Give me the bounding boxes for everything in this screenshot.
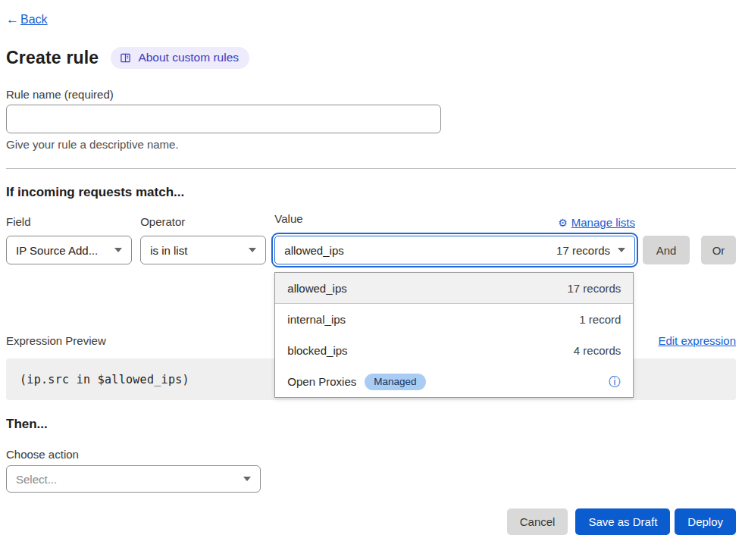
value-select[interactable]: allowed_ips 17 records: [274, 236, 635, 264]
list-option-name: blocked_ips: [287, 344, 347, 357]
operator-label: Operator: [140, 215, 266, 230]
list-option-meta: 17 records: [567, 282, 621, 295]
and-or-buttons: And Or: [643, 236, 736, 264]
operator-column: Operator is in list: [140, 215, 266, 264]
value-select-value: allowed_ips: [284, 244, 343, 257]
choose-action-label: Choose action: [6, 448, 736, 461]
value-label-row: Value ⚙ Manage lists: [274, 215, 635, 230]
chevron-down-icon: [114, 248, 122, 252]
about-custom-rules-link[interactable]: About custom rules: [111, 47, 249, 69]
field-select-value: IP Source Add...: [16, 244, 98, 257]
match-controls-row: Field IP Source Add... Operator is in li…: [6, 215, 736, 264]
title-row: Create rule About custom rules: [6, 47, 736, 69]
operator-select-value: is in list: [150, 244, 187, 257]
edit-expression-link[interactable]: Edit expression: [658, 334, 736, 347]
book-icon: [120, 52, 131, 64]
back-arrow-icon: ←: [6, 12, 19, 27]
footer-buttons: Cancel Save as Draft Deploy: [6, 508, 736, 535]
rule-name-helper: Give your rule a descriptive name.: [6, 138, 736, 151]
expression-preview-label: Expression Preview: [6, 334, 106, 347]
manage-lists-link[interactable]: ⚙ Manage lists: [558, 216, 635, 229]
chevron-down-icon: [243, 477, 251, 481]
value-label: Value: [274, 212, 302, 227]
about-badge-label: About custom rules: [138, 51, 239, 64]
save-as-draft-button[interactable]: Save as Draft: [575, 508, 670, 535]
list-option-name: internal_ips: [287, 313, 346, 326]
managed-badge: Managed: [365, 374, 425, 390]
action-select-placeholder: Select...: [16, 473, 57, 486]
list-option-blocked-ips[interactable]: blocked_ips 4 records: [275, 335, 633, 366]
action-select[interactable]: Select...: [6, 465, 261, 493]
value-select-meta-wrap: 17 records: [556, 244, 625, 257]
gear-icon: ⚙: [558, 217, 568, 229]
list-option-internal-ips[interactable]: internal_ips 1 record: [275, 304, 633, 335]
info-icon[interactable]: ⓘ: [609, 376, 621, 388]
list-option-open-proxies[interactable]: Open Proxies Managed ⓘ: [275, 366, 633, 397]
section-divider: [6, 168, 736, 169]
chevron-down-icon: [618, 248, 625, 252]
list-option-meta: 1 record: [579, 313, 621, 326]
value-select-meta: 17 records: [556, 244, 610, 257]
create-rule-page: ←Back Create rule About custom rules Rul…: [0, 0, 742, 535]
field-label: Field: [6, 215, 132, 230]
field-column: Field IP Source Add...: [6, 215, 132, 264]
deploy-button[interactable]: Deploy: [675, 508, 736, 535]
list-option-allowed-ips[interactable]: allowed_ips 17 records: [275, 273, 633, 304]
and-button[interactable]: And: [643, 236, 690, 264]
expression-code: (ip.src in $allowed_ips): [20, 373, 189, 386]
chevron-down-icon: [249, 248, 256, 252]
list-option-meta: 4 records: [574, 344, 621, 357]
list-option-name: allowed_ips: [287, 282, 346, 295]
page-title: Create rule: [6, 48, 99, 68]
operator-select[interactable]: is in list: [140, 236, 266, 264]
cancel-button[interactable]: Cancel: [507, 508, 568, 535]
list-option-left: Open Proxies Managed: [287, 374, 425, 390]
list-dropdown-panel: allowed_ips 17 records internal_ips 1 re…: [274, 272, 634, 398]
back-link-label: Back: [20, 13, 48, 27]
rule-name-label: Rule name (required): [6, 88, 736, 101]
field-select[interactable]: IP Source Add...: [6, 236, 132, 264]
manage-lists-label: Manage lists: [571, 216, 635, 229]
value-column: Value ⚙ Manage lists allowed_ips 17 reco…: [274, 215, 635, 264]
then-section-heading: Then...: [6, 417, 736, 432]
list-option-name: Open Proxies: [287, 375, 356, 388]
or-button[interactable]: Or: [701, 236, 736, 264]
match-section-heading: If incoming requests match...: [6, 185, 736, 200]
rule-name-input[interactable]: [6, 105, 441, 133]
back-link[interactable]: ←Back: [6, 12, 48, 27]
